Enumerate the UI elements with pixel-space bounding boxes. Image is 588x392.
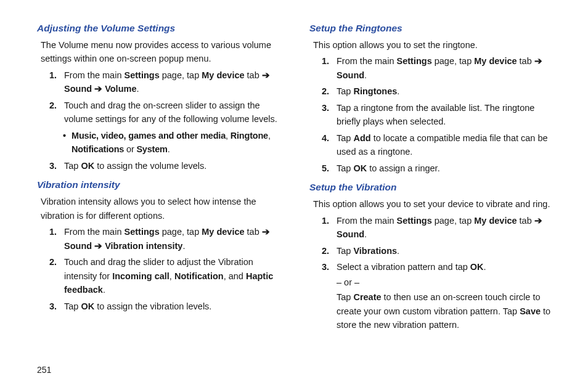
right-column: Setup the Ringtones This option allows y… <box>309 21 551 334</box>
step-number: 2. <box>49 255 57 269</box>
step-item: 2. Tap Ringtones. <box>322 84 551 98</box>
step-number: 5. <box>322 161 329 175</box>
step-number: 2. <box>322 244 329 258</box>
steps-list: 1. From the main Settings page, tap My d… <box>49 225 279 313</box>
step-text: From the main Settings page, tap My devi… <box>64 70 270 94</box>
intro-text: The Volume menu now provides access to v… <box>41 38 279 66</box>
step-item: 3. Tap OK to assign the volume levels. <box>49 159 279 173</box>
heading-vibration-intensity: Vibration intensity <box>37 178 279 192</box>
step-number: 4. <box>322 131 329 145</box>
step-extra-text: Tap Create to then use an on-screen touc… <box>337 290 551 332</box>
intro-text: This option allows you to set the ringto… <box>313 38 551 52</box>
step-item: 2. Touch and drag the on-screen slider t… <box>49 99 279 157</box>
steps-list: 1. From the main Settings page, tap My d… <box>49 68 279 173</box>
step-number: 1. <box>49 68 57 82</box>
steps-list: 1. From the main Settings page, tap My d… <box>322 214 551 332</box>
step-item: 5. Tap OK to assign a ringer. <box>322 161 551 175</box>
step-item: 2. Tap Vibrations. <box>322 244 551 258</box>
step-text: Tap a ringtone from the available list. … <box>337 103 534 126</box>
step-text: From the main Settings page, tap My devi… <box>337 56 542 80</box>
step-item: 1. From the main Settings page, tap My d… <box>49 225 279 253</box>
step-item: 3. Tap a ringtone from the available lis… <box>322 101 551 129</box>
step-number: 1. <box>49 225 57 239</box>
or-separator: – or – <box>337 276 551 289</box>
step-item: 3. Select a vibration pattern and tap OK… <box>322 260 551 332</box>
step-text: Tap OK to assign the vibration levels. <box>64 301 211 311</box>
bullet-item: Music, video, games and other media, Rin… <box>63 129 279 157</box>
step-number: 3. <box>49 159 57 173</box>
step-text: From the main Settings page, tap My devi… <box>64 227 270 250</box>
step-text: Touch and drag the slider to adjust the … <box>64 257 273 295</box>
intro-text: Vibration intensity allows you to select… <box>41 195 279 223</box>
heading-setup-vibration: Setup the Vibration <box>309 180 551 195</box>
step-text: From the main Settings page, tap My devi… <box>337 216 542 239</box>
step-number: 2. <box>322 84 329 98</box>
page-columns: Adjusting the Volume Settings The Volume… <box>37 21 551 334</box>
step-text: Select a vibration pattern and tap OK. <box>337 262 486 272</box>
step-number: 1. <box>322 214 329 227</box>
step-item: 4. Tap Add to locate a compatible media … <box>322 131 551 159</box>
heading-adjusting-volume: Adjusting the Volume Settings <box>37 21 279 36</box>
step-text: Tap OK to assign the volume levels. <box>64 161 206 171</box>
step-number: 1. <box>322 54 329 68</box>
step-number: 2. <box>49 99 57 112</box>
step-text: Tap Vibrations. <box>337 246 399 256</box>
step-item: 1. From the main Settings page, tap My d… <box>322 214 551 242</box>
step-item: 1. From the main Settings page, tap My d… <box>322 54 551 82</box>
left-column: Adjusting the Volume Settings The Volume… <box>37 21 279 334</box>
step-item: 1. From the main Settings page, tap My d… <box>49 68 279 96</box>
step-number: 3. <box>322 260 329 274</box>
step-text: Tap Add to locate a compatible media fil… <box>337 133 548 157</box>
step-number: 3. <box>49 300 57 313</box>
steps-list: 1. From the main Settings page, tap My d… <box>322 54 551 175</box>
step-text: Touch and drag the on-screen slider to a… <box>64 100 277 124</box>
step-item: 2. Touch and drag the slider to adjust t… <box>49 255 279 296</box>
step-text: Tap Ringtones. <box>337 86 399 96</box>
step-text: Tap OK to assign a ringer. <box>337 163 440 173</box>
intro-text: This option allows you to set your devic… <box>313 197 551 211</box>
page-number: 251 <box>37 364 51 377</box>
step-number: 3. <box>322 101 329 115</box>
step-item: 3. Tap OK to assign the vibration levels… <box>49 300 279 313</box>
heading-setup-ringtones: Setup the Ringtones <box>309 21 551 36</box>
